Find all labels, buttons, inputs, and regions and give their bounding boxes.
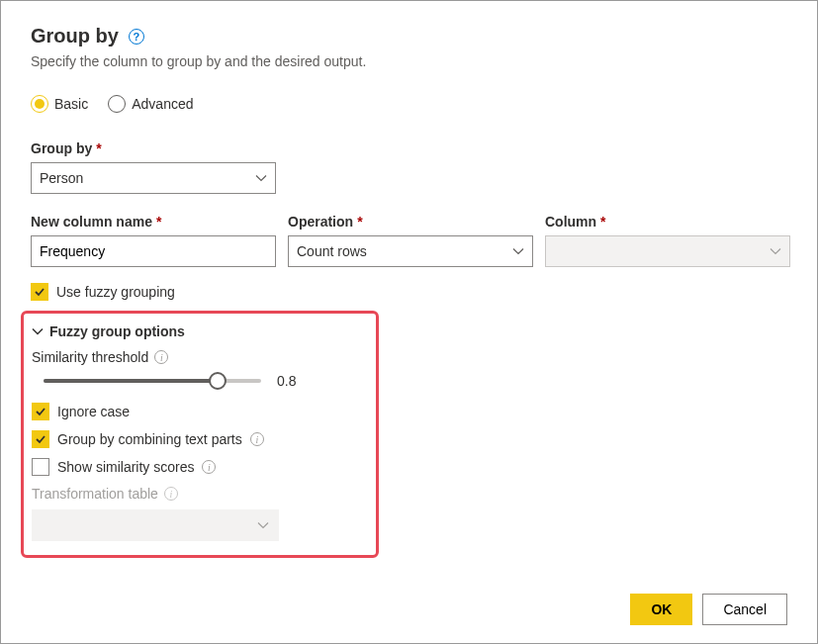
transform-table-select [32, 509, 279, 541]
radio-circle-icon [108, 95, 126, 113]
aggregation-row: New column name* Operation* Count rows C… [31, 214, 787, 267]
column-select [545, 235, 790, 267]
ok-button[interactable]: OK [630, 594, 692, 625]
transform-table-label-row: Transformation table i [32, 486, 364, 502]
show-scores-checkbox[interactable] [32, 458, 49, 476]
radio-circle-icon [31, 95, 48, 113]
use-fuzzy-label: Use fuzzy grouping [56, 284, 175, 300]
combine-text-row: Group by combining text parts i [32, 430, 364, 448]
new-column-input-wrap [31, 235, 276, 267]
group-by-label: Group by* [31, 140, 787, 156]
group-by-dialog: Group by ? Specify the column to group b… [0, 0, 818, 644]
column-field: Column* [545, 214, 790, 267]
operation-field: Operation* Count rows [288, 214, 533, 267]
group-by-select[interactable]: Person [31, 162, 276, 194]
radio-advanced[interactable]: Advanced [108, 95, 193, 113]
check-icon [35, 433, 46, 445]
chevron-down-icon [512, 245, 524, 257]
new-column-input[interactable] [40, 243, 267, 259]
similarity-value: 0.8 [277, 373, 307, 389]
required-marker: * [357, 214, 362, 230]
chevron-down-icon [255, 172, 267, 184]
group-by-field: Group by* Person [31, 140, 787, 194]
chevron-down-icon [257, 519, 269, 531]
ignore-case-checkbox[interactable] [32, 403, 49, 420]
new-column-field: New column name* [31, 214, 276, 267]
fuzzy-section-title: Fuzzy group options [49, 323, 185, 339]
show-scores-label: Show similarity scores [57, 459, 194, 475]
fuzzy-options-section: Fuzzy group options Similarity threshold… [21, 311, 379, 558]
check-icon [35, 406, 46, 417]
dialog-footer: OK Cancel [630, 594, 787, 625]
new-column-label: New column name* [31, 214, 276, 230]
radio-basic[interactable]: Basic [31, 95, 88, 113]
info-icon: i [164, 487, 178, 501]
radio-basic-label: Basic [54, 96, 88, 112]
required-marker: * [600, 214, 605, 230]
chevron-down-icon [32, 325, 44, 337]
mode-radio-group: Basic Advanced [31, 95, 787, 113]
operation-select[interactable]: Count rows [288, 235, 533, 267]
column-label: Column* [545, 214, 790, 230]
slider-fill [44, 379, 218, 383]
check-icon [34, 286, 45, 298]
similarity-label: Similarity threshold [32, 349, 148, 365]
cancel-button[interactable]: Cancel [702, 594, 787, 625]
use-fuzzy-row: Use fuzzy grouping [31, 283, 787, 301]
operation-value: Count rows [297, 243, 367, 259]
dialog-title: Group by [31, 25, 119, 47]
similarity-label-row: Similarity threshold i [32, 349, 364, 365]
combine-text-label: Group by combining text parts [57, 431, 242, 447]
info-icon[interactable]: i [250, 432, 264, 446]
info-icon[interactable]: i [202, 460, 216, 474]
help-icon[interactable]: ? [129, 29, 144, 45]
fuzzy-section-toggle[interactable]: Fuzzy group options [32, 323, 364, 339]
operation-label: Operation* [288, 214, 533, 230]
required-marker: * [96, 140, 101, 156]
slider-thumb[interactable] [209, 372, 227, 390]
info-icon[interactable]: i [154, 350, 168, 364]
chevron-down-icon [770, 245, 781, 257]
combine-text-checkbox[interactable] [32, 430, 49, 448]
similarity-slider[interactable] [44, 379, 261, 383]
use-fuzzy-checkbox[interactable] [31, 283, 48, 301]
dialog-subtitle: Specify the column to group by and the d… [31, 53, 787, 69]
ignore-case-label: Ignore case [57, 404, 130, 419]
dialog-header: Group by ? [31, 25, 787, 47]
group-by-value: Person [40, 170, 83, 186]
radio-advanced-label: Advanced [132, 96, 193, 112]
transform-table-label: Transformation table [32, 486, 158, 502]
required-marker: * [156, 214, 161, 230]
ignore-case-row: Ignore case [32, 403, 364, 420]
show-scores-row: Show similarity scores i [32, 458, 364, 476]
similarity-slider-row: 0.8 [32, 373, 364, 389]
